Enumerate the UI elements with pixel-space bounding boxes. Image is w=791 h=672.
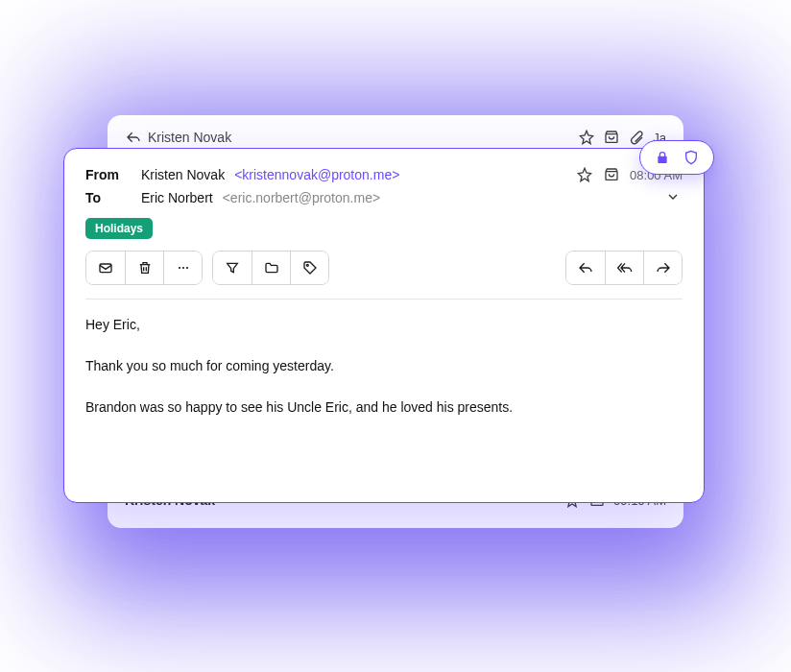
star-icon[interactable] <box>576 166 593 183</box>
expand-recipients-button[interactable] <box>665 189 683 206</box>
reply-all-button[interactable] <box>605 252 643 284</box>
label-tag[interactable]: Holidays <box>85 218 153 239</box>
action-group-1 <box>85 251 203 285</box>
reply-icon <box>125 129 142 146</box>
from-email[interactable]: <kristennovak@proton.me> <box>234 167 399 182</box>
shield-icon <box>683 150 699 165</box>
body-para-1: Hey Eric, <box>85 315 683 335</box>
to-label: To <box>85 190 132 205</box>
star-icon[interactable] <box>578 129 595 146</box>
svg-point-4 <box>306 264 308 266</box>
email-body: Hey Eric, Thank you so much for coming y… <box>85 315 683 418</box>
svg-point-2 <box>181 267 183 269</box>
action-group-reply <box>565 251 683 285</box>
mark-unread-button[interactable] <box>86 252 125 284</box>
forward-button[interactable] <box>643 252 682 284</box>
prev-email-sender: Kristen Novak <box>125 129 231 146</box>
svg-point-1 <box>178 267 180 269</box>
trash-button[interactable] <box>125 252 163 284</box>
label-button[interactable] <box>290 252 328 284</box>
svg-point-3 <box>185 267 187 269</box>
from-label: From <box>85 167 132 182</box>
security-badge[interactable] <box>639 140 714 175</box>
inbox-icon[interactable] <box>603 166 620 183</box>
body-para-3: Brandon was so happy to see his Uncle Er… <box>85 397 683 418</box>
attachment-icon[interactable] <box>628 129 645 146</box>
action-group-2 <box>212 251 329 285</box>
from-row: From Kristen Novak <kristennovak@proton.… <box>85 166 683 183</box>
more-button[interactable] <box>163 252 202 284</box>
reply-button[interactable] <box>566 252 605 284</box>
to-email[interactable]: <eric.norbert@proton.me> <box>223 190 380 205</box>
email-detail-card: From Kristen Novak <kristennovak@proton.… <box>63 148 705 503</box>
lock-icon <box>655 150 670 165</box>
email-toolbar <box>85 251 683 300</box>
filter-button[interactable] <box>213 252 252 284</box>
folder-button[interactable] <box>252 252 290 284</box>
body-para-2: Thank you so much for coming yesterday. <box>85 356 683 376</box>
from-name: Kristen Novak <box>141 167 225 182</box>
to-name: Eric Norbert <box>141 190 213 205</box>
to-row: To Eric Norbert <eric.norbert@proton.me> <box>85 189 683 206</box>
inbox-icon[interactable] <box>603 129 620 146</box>
svg-rect-0 <box>100 264 111 273</box>
